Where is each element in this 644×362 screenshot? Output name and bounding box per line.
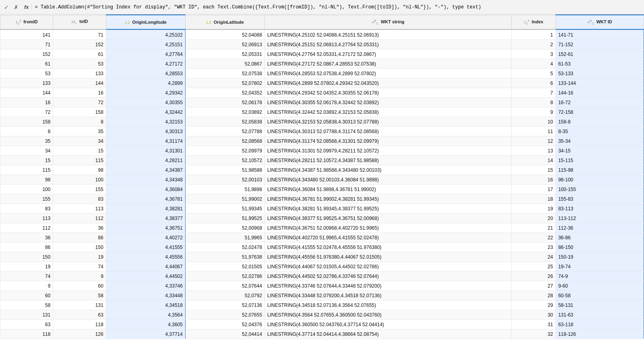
cell-index: 14 [512, 156, 556, 165]
table-row[interactable]: 7494,4450252,02786LINESTRING(4.44502 52.… [0, 272, 644, 281]
cell-wktstring: LINESTRING(4.27764 52.05331,4.27172 52.0… [265, 49, 512, 59]
cell-wktid: 113-112 [555, 214, 644, 223]
cell-index: 5 [512, 69, 556, 78]
table-row[interactable]: 61534,2717252,0867LINESTRING(4.27172 52.… [0, 59, 644, 69]
cell-index: 28 [512, 291, 556, 300]
cell-wktstring: LINESTRING(4.44067 52.01505,4.44502 52.0… [265, 262, 512, 272]
cell-originlat: 52,02786 [185, 272, 264, 281]
cell-originlat: 51,9965 [185, 233, 264, 243]
col-header-fromid[interactable]: 123 fromID [0, 15, 53, 29]
cell-wktid: 74-9 [555, 272, 644, 281]
cell-wktid: 16-72 [555, 98, 644, 107]
cell-originlon: 4,25151 [106, 40, 185, 49]
cell-fromid: 8 [0, 127, 53, 136]
cell-wktid: 115-98 [555, 165, 644, 175]
col-header-wktstring[interactable]: ABC WKT string [265, 15, 512, 29]
table-row[interactable]: 831134,3828151,99345LINESTRING(4.38281 5… [0, 204, 644, 214]
cell-originlat: 52,07802 [185, 78, 264, 88]
cell-wktid: 141-71 [555, 30, 644, 40]
cell-toid: 150 [53, 243, 106, 252]
table-row[interactable]: 711524,2515152,06913LINESTRING(4.25151 5… [0, 40, 644, 49]
table-row[interactable]: 1181264,3771452,04414LINESTRING(4.37714 … [0, 329, 644, 339]
cell-toid: 115 [53, 156, 106, 165]
table-row[interactable]: 36864,4027251,9965LINESTRING(4.402720 51… [0, 233, 644, 243]
cell-fromid: 133 [0, 78, 53, 88]
cell-fromid: 100 [0, 185, 53, 194]
cell-wktstring: LINESTRING(4.34518 52.07136,4.3564 52.07… [265, 300, 512, 310]
table-row[interactable]: 1131124,3837751,99525LINESTRING(4.38377 … [0, 214, 644, 223]
cell-fromid: 34 [0, 146, 53, 156]
table-row[interactable]: 981004,3434852,00103LINESTRING(4.343480 … [0, 175, 644, 185]
table-row[interactable]: 112364,3675152,00968LINESTRING(4.36751 5… [0, 223, 644, 233]
formula-content[interactable]: = Table.AddColumn(#"Sorting Index for di… [35, 4, 642, 10]
table-row[interactable]: 34154,3130152,09979LINESTRING(4.31301 52… [0, 146, 644, 156]
cell-fromid: 58 [0, 300, 53, 310]
table-row[interactable]: 150194,4555651,97638LINESTRING(4.45556 5… [0, 252, 644, 262]
table-row[interactable]: 19744,4406752,01505LINESTRING(4.44067 52… [0, 262, 644, 272]
cell-wktstring: LINESTRING(4.402720 51.9965,4.41555 52.0… [265, 233, 512, 243]
table-scroll-area[interactable]: 141714,2510252,04088LINESTRING(4.25102 5… [0, 30, 644, 362]
cell-wktstring: LINESTRING(4.33448 52.079200,4.34518 52.… [265, 291, 512, 300]
cell-originlon: 4,44067 [106, 262, 185, 272]
table-row[interactable]: 141714,2510252,04088LINESTRING(4.25102 5… [0, 30, 644, 40]
cell-index: 9 [512, 107, 556, 117]
cell-originlat: 52,0867 [185, 59, 264, 69]
col-header-originlat[interactable]: 1.2 OriginLatitude [185, 15, 264, 29]
cell-wktid: 34-15 [555, 146, 644, 156]
check-icon[interactable]: ✓ [2, 3, 10, 11]
table-row[interactable]: 151154,2821152,10572LINESTRING(4.28211 5… [0, 156, 644, 165]
cell-index: 19 [512, 204, 556, 214]
table-row[interactable]: 581314,3451852,07136LINESTRING(4.34518 5… [0, 300, 644, 310]
cell-originlat: 52,05838 [185, 117, 264, 127]
table-row[interactable]: 1001554,3608451,9898LINESTRING(4.36084 5… [0, 185, 644, 194]
cell-wktid: 150-19 [555, 252, 644, 262]
table-row[interactable]: 531334,2855352,07538LINESTRING(4.28553 5… [0, 69, 644, 78]
cell-originlat: 52,06913 [185, 40, 264, 49]
cell-originlon: 4,29342 [106, 88, 185, 98]
cell-originlat: 52,07538 [185, 69, 264, 78]
table-row[interactable]: 1331444,289952,07802LINESTRING(4.2899 52… [0, 78, 644, 88]
cell-originlon: 4,34348 [106, 175, 185, 185]
cell-wktid: 133-144 [555, 78, 644, 88]
table-row[interactable]: 115984,3438751,98588LINESTRING(4.34387 5… [0, 165, 644, 175]
col-type-originlon: 1.2 [125, 21, 130, 25]
col-label-wktstring: WKT string [381, 19, 405, 24]
cell-fromid: 155 [0, 194, 53, 204]
cell-originlon: 4,31174 [106, 136, 185, 146]
table-row[interactable]: 16724,3035552,06178LINESTRING(4.30355 52… [0, 98, 644, 107]
table-row[interactable]: 15884,3215352,05838LINESTRING(4.32153 52… [0, 117, 644, 127]
cell-originlon: 4,30313 [106, 127, 185, 136]
cell-originlat: 52,03892 [185, 107, 264, 117]
table-row[interactable]: 35344,3117452,08568LINESTRING(4.31174 52… [0, 136, 644, 146]
cell-originlon: 4,36084 [106, 185, 185, 194]
cell-wktstring: LINESTRING(4.30355 52.06178,4.32442 52.0… [265, 98, 512, 107]
cell-wktstring: LINESTRING(4.44502 52.02786,4.33746 52.0… [265, 272, 512, 281]
table-row[interactable]: 144164,2934252,04352LINESTRING(4.29342 5… [0, 88, 644, 98]
col-header-wktid[interactable]: ABC WKT ID [555, 15, 644, 29]
cell-originlon: 4,30355 [106, 98, 185, 107]
cell-toid: 72 [53, 98, 106, 107]
col-label-originlon: OriginLongitude [132, 20, 167, 25]
table-row[interactable]: 131634,356452,07655LINESTRING(4.3564 52.… [0, 310, 644, 320]
cell-originlat: 52,07655 [185, 310, 264, 320]
table-row[interactable]: 721584,3244252,03892LINESTRING(4.32442 5… [0, 107, 644, 117]
cell-originlat: 52,06178 [185, 98, 264, 107]
cell-originlon: 4,27172 [106, 59, 185, 69]
table-row[interactable]: 155834,3678151,99002LINESTRING(4.36781 5… [0, 194, 644, 204]
table-row[interactable]: 8354,3031352,07788LINESTRING(4.30313 52.… [0, 127, 644, 136]
col-header-index[interactable]: 123 Index [512, 15, 556, 29]
col-header-originlon[interactable]: 1.2 OriginLongitude [106, 15, 185, 29]
table-row[interactable]: 9604,3374652,07644LINESTRING(4.33746 52.… [0, 281, 644, 291]
cross-icon[interactable]: ✗ [12, 3, 20, 11]
table-row[interactable]: 152614,2776452,05331LINESTRING(4.27764 5… [0, 49, 644, 59]
col-header-toid[interactable]: 14+ toID [53, 15, 106, 29]
cell-index: 7 [512, 88, 556, 98]
table-row[interactable]: 60584,3344852,0792LINESTRING(4.33448 52.… [0, 291, 644, 300]
fx-label: fx [22, 4, 32, 10]
cell-toid: 158 [53, 107, 106, 117]
cell-wktstring: LINESTRING(4.27172 52.0867,4.28553 52.07… [265, 59, 512, 69]
table-row[interactable]: 861504,4155552,02478LINESTRING(4.41555 5… [0, 243, 644, 252]
table-row[interactable]: 631184,360552,04376LINESTRING(4.360500 5… [0, 320, 644, 329]
cell-originlat: 52,00103 [185, 175, 264, 185]
cell-wktid: 152-61 [555, 49, 644, 59]
